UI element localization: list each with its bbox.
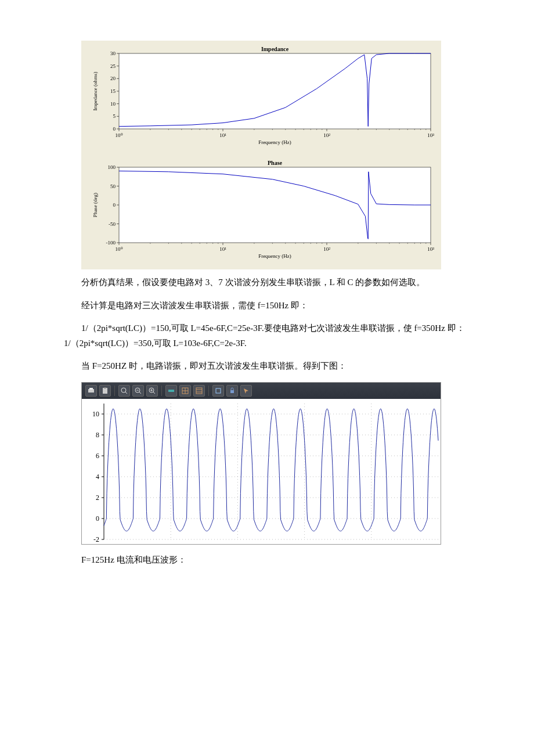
svg-text:Impedance: Impedance (261, 46, 289, 52)
svg-text:-100: -100 (106, 240, 116, 246)
svg-text:10⁰: 10⁰ (116, 132, 123, 138)
svg-rect-97 (89, 388, 93, 390)
svg-rect-109 (168, 390, 174, 392)
svg-text:Impedance (ohms): Impedance (ohms) (92, 71, 98, 110)
scope-plot-area: -20246810 (82, 399, 441, 544)
svg-text:10³: 10³ (427, 132, 434, 138)
svg-text:10: 10 (110, 101, 116, 107)
paragraph-calc-intro: 经计算是电路对三次谐波发生串联谐振，需使 f=150Hz 即： (64, 298, 470, 314)
float-icon[interactable] (212, 385, 224, 397)
lock-icon[interactable] (226, 385, 238, 397)
paragraph-125hz: F=125Hz 电流和电压波形： (64, 553, 470, 568)
svg-text:6: 6 (96, 452, 99, 460)
svg-text:10: 10 (92, 410, 99, 418)
svg-text:0: 0 (113, 126, 116, 132)
svg-text:25: 25 (110, 63, 116, 69)
svg-line-101 (125, 392, 127, 394)
svg-rect-116 (216, 388, 221, 393)
svg-text:15: 15 (110, 88, 116, 94)
grid-icon[interactable] (179, 385, 191, 397)
clipboard-icon[interactable] (99, 385, 111, 397)
svg-text:50: 50 (110, 183, 116, 189)
ruler-icon[interactable] (165, 385, 177, 397)
svg-text:-2: -2 (93, 535, 99, 543)
svg-text:10⁰: 10⁰ (116, 246, 123, 252)
scope-svg: -20246810 (82, 399, 441, 544)
svg-text:20: 20 (110, 75, 116, 81)
toolbar-separator (114, 386, 115, 396)
svg-line-106 (153, 392, 155, 394)
svg-text:10¹: 10¹ (219, 246, 226, 252)
svg-text:-50: -50 (109, 221, 116, 227)
svg-text:Phase (deg): Phase (deg) (92, 193, 98, 217)
svg-text:0: 0 (113, 202, 116, 208)
svg-rect-50 (119, 167, 431, 243)
toolbar-separator (208, 386, 209, 396)
paragraph-250hz: 当 F=250HZ 时，电路谐振，即对五次谐波发生串联谐振。得到下图： (64, 359, 470, 374)
svg-text:Frequency (Hz): Frequency (Hz) (258, 139, 291, 145)
svg-text:10¹: 10¹ (219, 132, 226, 138)
grid2-icon[interactable] (193, 385, 205, 397)
bode-plot-svg: 10⁰10¹10²10³051015202530ImpedanceFrequen… (87, 45, 435, 266)
cursor-icon[interactable] (240, 385, 252, 397)
zoom-reset-icon[interactable] (146, 385, 158, 397)
bode-plot-figure: 10⁰10¹10²10³051015202530ImpedanceFrequen… (81, 41, 441, 269)
svg-rect-99 (104, 387, 106, 388)
svg-rect-98 (103, 388, 107, 394)
svg-text:Phase: Phase (268, 160, 283, 166)
paragraph-analysis: 分析仿真结果，假设要使电路对 3、7 次谐波分别发生串联谐振，L 和 C 的参数… (64, 275, 470, 290)
svg-text:0: 0 (96, 514, 99, 523)
svg-rect-117 (230, 390, 234, 393)
svg-text:100: 100 (108, 164, 116, 170)
svg-text:8: 8 (96, 431, 99, 439)
zoom-out-icon[interactable] (132, 385, 144, 397)
print-icon[interactable] (85, 385, 97, 397)
svg-text:30: 30 (110, 51, 116, 56)
svg-text:2: 2 (96, 494, 99, 502)
paragraph-calc-detail: 1/（2pi*sqrt(LC)）=150,可取 L=45e-6F,C=25e-3… (64, 321, 470, 351)
toolbar-separator (161, 386, 162, 396)
svg-rect-113 (196, 388, 202, 394)
svg-rect-0 (119, 53, 431, 129)
svg-text:5: 5 (113, 113, 116, 119)
svg-point-100 (121, 388, 126, 393)
scope-toolbar (82, 383, 441, 399)
svg-text:10²: 10² (323, 132, 330, 138)
svg-text:10²: 10² (323, 246, 330, 252)
zoom-in-icon[interactable] (118, 385, 130, 397)
oscilloscope-figure: -20246810 (81, 382, 441, 545)
svg-text:10³: 10³ (427, 246, 434, 252)
svg-text:4: 4 (96, 473, 99, 481)
svg-line-103 (139, 392, 141, 394)
svg-text:Frequency (Hz): Frequency (Hz) (258, 253, 291, 259)
